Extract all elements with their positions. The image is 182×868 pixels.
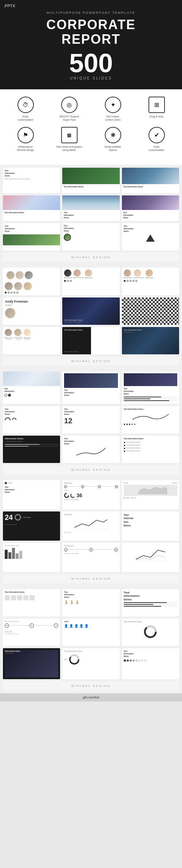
slide-image [122,195,179,210]
dot [124,280,126,282]
donut-chart [70,493,75,498]
bar-chart-bar [8,552,11,559]
chart-label: 12 months [64,532,118,533]
slide-body: Lorem ipsum dolor [5,523,58,525]
dark-half [62,327,91,354]
slide-thumb: TextInformationDemo [3,223,60,250]
avatar [14,282,22,290]
slide-label: Text Information Demo [64,650,118,652]
progress-bar [5,444,58,445]
team-name: Wayne Lyle [85,277,92,279]
slide-title: TextInformationDemo [5,225,58,233]
curve-chart [124,412,177,421]
team-name: Andrew Kent [64,277,72,279]
dot [132,280,134,282]
slide-thumb: Text Information Demo [3,543,60,572]
slide-image [5,650,58,677]
feature-charts: ▦ Edit charts and graphsusing tables [49,127,89,152]
slide-title: TextInformationDemo [64,408,118,416]
slide-thumb: Text Information Demo [122,168,179,193]
slide-thumb: Text Information Demo Eff% [62,648,119,679]
slide-thumb: Information Demo Lorem ipsum dolor sit a… [3,436,60,463]
check-icon: ✔ [149,127,165,143]
label: Summer [172,482,177,484]
progress-fill [124,602,167,603]
timeline-text: Lorem ipsum sit amet [126,441,140,443]
triangle-icon [146,234,155,242]
feature-label: 500 Uniquecontent slides [93,115,133,121]
slide-thumb: Text Information Demo A B C 8 / 6 / 36 F… [3,619,60,646]
dot [127,280,128,282]
team-row-2: Andy Freeman Designer Text Information D… [3,297,179,325]
slide-thumb [122,543,179,572]
timeline-dot [124,451,125,452]
slide-label: Ta Adnecel [64,545,118,547]
avatar [7,271,15,279]
map-placeholder [124,485,177,496]
slide-title: Information Demo [5,437,58,440]
avatar [134,269,141,277]
avatar [5,308,15,318]
gallery-row-3: TextInformationDemo TextInformationDemo … [3,223,179,250]
slide-title: TextInforma-tionDemo [124,513,177,528]
step-line [94,549,114,550]
timeline-item: Lorem ipsum sit amet [124,450,177,452]
team-row-1: Andrew Kent Annie Freeman Wayne Lyle [3,268,179,295]
dot [8,292,9,293]
avatar [74,269,81,277]
slide-title: Text Information Demo [64,319,82,321]
slide-thumb: TextInformationDemo 12 [62,406,119,433]
feature-label: 365/24/7 SupportSuper Fast [49,115,89,121]
dot [131,424,133,425]
feature-drag: ⊞ Drag & drop [136,97,177,121]
slide-thumb: 4444 👤 👤 👤 👤 👤 [62,619,119,646]
circle-image [64,234,71,241]
legend-item: Summer [130,497,136,499]
slide-title: TextInformationDemo [5,486,58,494]
sparkle-icon: ✦ [105,97,121,113]
large-number: 12 [64,417,118,425]
team-role: Manager [24,339,31,340]
slide-thumb: Text Information Demo [122,297,179,325]
feature-label: Drag & drop [136,115,177,118]
features-section: ⏱ Easycustomization ◎ 365/24/7 SupportSu… [0,89,182,164]
avatar [85,269,92,277]
team-role: Developer [5,339,13,340]
slide-thumb: Andrew Kent Annie Freeman Wayne Lyle [122,268,179,295]
dot-indicators [5,292,58,293]
team-section: Andrew Kent Annie Freeman Wayne Lyle [0,265,182,369]
slide-label: Text Information Demo [124,620,177,623]
people-icon: 👤 [74,624,78,628]
content-row-3: Information Demo Lorem ipsum dolor sit a… [3,436,179,463]
features-row2: ⚑ MultipurposeMinimal design ▦ Edit char… [5,127,177,152]
slide-label: Summary [64,482,118,484]
feature-minimal: ⚑ MultipurposeMinimal design [5,127,46,152]
slide-title: TextInformationDemo [64,211,118,219]
dot [129,424,130,425]
header-title: Corporate Report [7,17,175,46]
slide-title: TextInformationDemo [124,225,177,233]
progress-track [5,446,58,447]
feature-label: Easily editableobjects [93,145,133,152]
section-label-4: Minimal Design [3,574,179,583]
step-circle: 1 [64,485,67,488]
legend-item: Australia [124,497,130,499]
step-row: 1 2 3 [64,548,118,552]
slide-thumb: Summary 1 2 3 4 Phase 36 First level Thi… [62,480,119,509]
slide-thumb: Text Information Demo [122,406,179,433]
slide-thumb: Text Information Demo Text Information D… [62,327,119,354]
slide-title: TextInformationDemo [124,650,177,658]
slide-title: Text Information Demo [123,186,178,188]
line-chart-2 [124,545,177,561]
progress-track [124,400,177,401]
step-line [102,486,114,487]
slide-thumb: TextInformationDemo [3,406,60,433]
slide-thumb: Project TextInformationDemo [3,480,60,509]
dot [130,659,132,662]
dot [124,424,125,425]
slide-body: Lorem ipsum [5,652,20,654]
team-name: Mary Jobs [24,337,31,339]
slide-title: TextInformationDemo [64,389,118,397]
progress-fill [124,398,151,399]
slide-thumb: Ta Adnecel 1 2 3 First level Third level [62,543,119,572]
